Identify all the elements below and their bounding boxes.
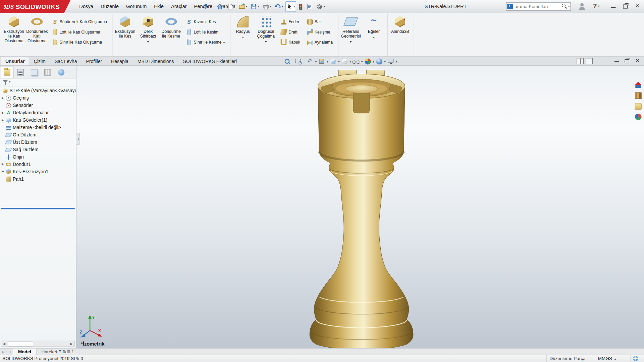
tree-item[interactable]: ▶ Döndür1 (0, 161, 76, 168)
select-button[interactable]: ▾ (285, 1, 296, 12)
dropdown-caret-icon[interactable]: ▾ (282, 5, 283, 8)
tree-item[interactable]: Ön Düzlem (0, 131, 76, 138)
nav-next-icon[interactable]: › (9, 350, 12, 354)
dimxpertmanager-tab[interactable] (41, 67, 54, 78)
menu-item[interactable]: Araçlar (167, 0, 191, 13)
file-explorer-button[interactable] (634, 103, 642, 110)
search-scope-icon[interactable] (507, 4, 513, 9)
propertymanager-tab[interactable] (13, 67, 27, 78)
revolve-cut-button[interactable]: Döndürme ile Kesme (160, 14, 183, 54)
scrollbar-thumb[interactable] (8, 342, 33, 347)
help-button[interactable]: ? ▾ (591, 2, 602, 10)
sweep-boss-button[interactable]: Süpürerek Katı Oluşturma (49, 18, 110, 25)
menu-item[interactable]: Ekle (150, 0, 167, 13)
scroll-right-icon[interactable]: ▶ (68, 341, 74, 346)
dropdown-caret-icon[interactable]: ▾ (293, 5, 295, 8)
zoom-to-area-button[interactable] (294, 58, 305, 66)
nav-first-icon[interactable]: « (1, 350, 4, 354)
menu-item[interactable]: Görünüm (122, 0, 150, 13)
tree-item[interactable]: Malzeme <belirli değil> (0, 124, 76, 131)
intersect-button[interactable]: Kesişme (304, 28, 335, 36)
wrap-button[interactable]: Sar (304, 18, 335, 25)
minimize-button[interactable] (607, 0, 620, 13)
appearances-pane-button[interactable] (634, 113, 642, 121)
rib-button[interactable]: Feder (278, 18, 303, 25)
tree-item[interactable]: ▶ Geçmiş (0, 95, 76, 102)
tree-item[interactable]: ▶ Detaylandırmalar (0, 109, 76, 116)
expand-arrow-icon[interactable]: ▶ (2, 170, 6, 173)
panel-horizontal-scrollbar[interactable]: ◀ ▶ (1, 341, 74, 347)
display-style-button[interactable] (340, 58, 351, 66)
apply-scene-button[interactable] (375, 58, 385, 66)
scrollbar-track[interactable] (7, 341, 69, 346)
expand-arrow-icon[interactable]: ▶ (2, 163, 6, 166)
extrude-cut-button[interactable]: Ekstrüzyon ile Kes (114, 14, 137, 54)
boundary-cut-button[interactable]: Sınır ile Kesme (183, 39, 227, 46)
linear-pattern-button[interactable]: Doğrusal Çoğaltma (255, 14, 278, 54)
nav-prev-icon[interactable]: ‹ (5, 350, 8, 354)
view-orientation-button[interactable] (329, 58, 339, 66)
revolve-boss-button[interactable]: Döndürerek Katı Oluşturma (25, 14, 49, 54)
print-button[interactable]: ▾ (261, 1, 272, 12)
extrude-boss-button[interactable]: Ekstrüzyon ile Katı Oluşturma (2, 14, 25, 54)
search-input[interactable] (514, 4, 561, 9)
rook-body[interactable] (310, 86, 413, 348)
save-button[interactable]: ▾ (249, 1, 260, 12)
home-pane-button[interactable] (634, 81, 642, 89)
menu-item[interactable]: Düzenle (97, 0, 122, 13)
hide-show-items-button[interactable] (352, 58, 362, 66)
rook-3d-model[interactable] (271, 70, 452, 348)
filter-caret-icon[interactable]: ▾ (9, 80, 10, 84)
expand-arrow-icon[interactable]: ▶ (2, 119, 6, 122)
ribbon-tab[interactable]: Çizim (29, 57, 50, 65)
study-tab[interactable]: Hareket Etüdü 1 (37, 349, 79, 355)
tree-item[interactable]: Pah1 (0, 175, 76, 183)
tree-item[interactable]: Sensörler (0, 102, 76, 109)
options-button[interactable]: ▾ (315, 1, 326, 12)
study-tab[interactable]: Model (13, 349, 37, 355)
dropdown-caret-icon[interactable]: ▾ (324, 5, 325, 8)
curves-button[interactable]: Eğriler (362, 14, 385, 54)
open-button[interactable]: ▾ (237, 1, 249, 12)
dropdown-caret-icon[interactable] (223, 40, 225, 44)
file-properties-button[interactable] (305, 1, 314, 12)
units-selector[interactable]: MMGS▲ (598, 356, 616, 361)
draft-button[interactable]: Draft (278, 28, 303, 36)
reference-geometry-button[interactable]: Referans Geometrisi (339, 14, 363, 54)
dropdown-caret-icon[interactable]: ▾ (258, 5, 259, 8)
tree-item[interactable]: ▶ Katı Gövdeler(1) (0, 116, 76, 124)
panel-collapse-grip[interactable]: ◂ (76, 133, 80, 145)
tree-item[interactable]: Sağ Düzlem (0, 146, 76, 153)
document-minimize-button[interactable] (610, 56, 621, 65)
dropdown-caret-icon[interactable] (373, 35, 375, 39)
loft-boss-button[interactable]: Loft ile Katı Oluşturma (49, 28, 110, 36)
dropdown-caret-icon[interactable]: ▾ (246, 5, 247, 8)
scroll-left-icon[interactable]: ◀ (1, 341, 7, 346)
ribbon-tab[interactable]: Profiller (82, 57, 107, 65)
filter-funnel-icon[interactable] (2, 80, 8, 85)
edit-appearance-button[interactable] (363, 58, 374, 66)
view-settings-button[interactable] (386, 58, 397, 66)
home-button[interactable] (215, 1, 225, 12)
tree-item[interactable]: Üst Düzlem (0, 138, 76, 146)
dropdown-caret-icon[interactable]: ▾ (270, 5, 271, 8)
hole-wizard-button[interactable]: Delik Sihirbazı (137, 14, 160, 54)
configurationmanager-tab[interactable] (27, 67, 41, 78)
fillet-button[interactable]: Radyus (231, 14, 255, 54)
graphics-viewport[interactable]: Y X Z *İzometrik (0, 66, 644, 348)
dropdown-caret-icon[interactable] (242, 35, 244, 39)
swept-cut-button[interactable]: Kıvrımlı Kes (183, 18, 227, 25)
document-close-button[interactable] (632, 56, 642, 65)
search-icon[interactable] (561, 3, 568, 10)
tree-item[interactable]: ▶ Kes-Ekstrüzyon1 (0, 168, 76, 175)
lofted-cut-button[interactable]: Loft ile Kesim (183, 28, 227, 36)
tree-root-item[interactable]: STR-Kale (Varsayılan<<Varsayılan>_G... (0, 87, 76, 95)
dropdown-caret-icon[interactable] (350, 39, 352, 44)
expand-arrow-icon[interactable]: ▶ (2, 97, 6, 100)
tree-item[interactable]: Orijin (0, 153, 76, 161)
design-library-button[interactable] (634, 92, 642, 100)
single-pane-icon[interactable] (586, 58, 593, 64)
new-document-button[interactable]: ▾ (225, 1, 236, 12)
expand-arrow-icon[interactable]: ▶ (2, 111, 6, 115)
rollback-bar[interactable] (1, 208, 74, 209)
